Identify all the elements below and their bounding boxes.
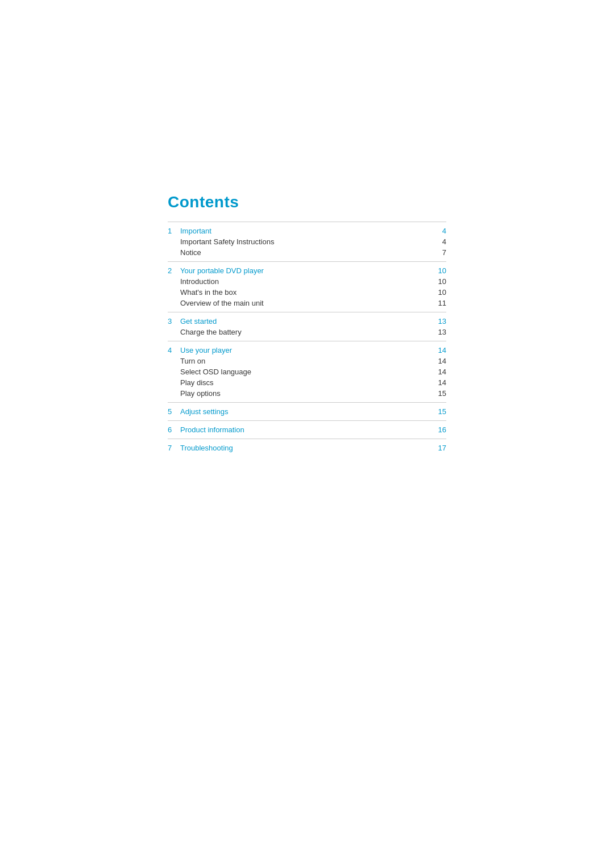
toc-num-1: 1: [168, 227, 180, 235]
toc-row-1-sub1: Important Safety Instructions 4: [168, 236, 446, 247]
toc-page-2-sub1: 10: [429, 277, 446, 286]
toc-page-7: 17: [429, 444, 446, 452]
toc-page-4-sub4: 15: [429, 389, 446, 398]
toc-title-6: Product information: [180, 425, 429, 434]
toc-page-4: 14: [429, 346, 446, 354]
toc-title-5: Adjust settings: [180, 407, 429, 416]
toc-section-3: 3 Get started 13 Charge the battery 13: [168, 312, 446, 341]
toc-label-1-sub1: Important Safety Instructions: [180, 237, 429, 246]
toc-row-4-sub3: Play discs 14: [168, 377, 446, 388]
toc-row-2-sub2: What's in the box 10: [168, 287, 446, 298]
toc-page-2: 10: [429, 266, 446, 275]
toc-page-5: 15: [429, 407, 446, 416]
toc-row-4-sub2: Select OSD language 14: [168, 366, 446, 377]
toc-row-3-sub1: Charge the battery 13: [168, 327, 446, 341]
toc-num-4: 4: [168, 346, 180, 354]
toc-label-4-sub4: Play options: [180, 389, 429, 398]
toc-title-2: Your portable DVD player: [180, 266, 429, 275]
toc-page-2-sub2: 10: [429, 288, 446, 297]
toc-title-3: Get started: [180, 317, 429, 326]
toc-row-section-3: 3 Get started 13: [168, 312, 446, 327]
toc-row-section-2: 2 Your portable DVD player 10: [168, 262, 446, 276]
toc-section-7: 7 Troubleshooting 17: [168, 439, 446, 457]
toc-row-2-sub3: Overview of the main unit 11: [168, 298, 446, 312]
toc-page-2-sub3: 11: [429, 299, 446, 307]
toc-row-4-sub1: Turn on 14: [168, 356, 446, 366]
toc-page-1-sub2: 7: [429, 248, 446, 257]
toc-label-4-sub2: Select OSD language: [180, 368, 429, 376]
toc-section-1: 1 Important 4 Important Safety Instructi…: [168, 222, 446, 261]
toc-page-4-sub2: 14: [429, 368, 446, 376]
page: Contents 1 Important 4 Important Safety …: [0, 0, 614, 868]
toc-num-5: 5: [168, 407, 180, 416]
toc-row-2-sub1: Introduction 10: [168, 276, 446, 287]
toc-page-6: 16: [429, 425, 446, 434]
toc-label-2-sub3: Overview of the main unit: [180, 299, 429, 307]
toc-num-2: 2: [168, 266, 180, 275]
toc-page-4-sub3: 14: [429, 378, 446, 387]
toc-label-2-sub2: What's in the box: [180, 288, 429, 297]
toc-section-6: 6 Product information 16: [168, 420, 446, 439]
toc-label-2-sub1: Introduction: [180, 277, 429, 286]
contents-title: Contents: [168, 193, 446, 211]
toc-title-1: Important: [180, 227, 429, 235]
toc-page-1: 4: [429, 227, 446, 235]
toc-page-3: 13: [429, 317, 446, 326]
toc-row-section-6: 6 Product information 16: [168, 421, 446, 439]
toc-row-section-5: 5 Adjust settings 15: [168, 403, 446, 420]
toc-label-4-sub1: Turn on: [180, 357, 429, 365]
toc-row-section-4: 4 Use your player 14: [168, 341, 446, 356]
toc-row-4-sub4: Play options 15: [168, 388, 446, 402]
toc-label-3-sub1: Charge the battery: [180, 328, 429, 336]
toc-num-7: 7: [168, 444, 180, 452]
toc-row-1-sub2: Notice 7: [168, 247, 446, 261]
toc-page-3-sub1: 13: [429, 328, 446, 336]
toc-label-1-sub2: Notice: [180, 248, 429, 257]
contents-section: Contents 1 Important 4 Important Safety …: [168, 193, 446, 457]
toc-row-section-7: 7 Troubleshooting 17: [168, 439, 446, 457]
toc-title-4: Use your player: [180, 346, 429, 354]
toc-section-2: 2 Your portable DVD player 10 Introducti…: [168, 261, 446, 312]
toc-section-5: 5 Adjust settings 15: [168, 402, 446, 420]
toc-section-4: 4 Use your player 14 Turn on 14 Select O…: [168, 341, 446, 402]
toc-num-3: 3: [168, 317, 180, 326]
toc-title-7: Troubleshooting: [180, 444, 429, 452]
toc-label-4-sub3: Play discs: [180, 378, 429, 387]
toc-page-1-sub1: 4: [429, 237, 446, 246]
toc-row-section-1: 1 Important 4: [168, 222, 446, 236]
toc-page-4-sub1: 14: [429, 357, 446, 365]
toc-num-6: 6: [168, 425, 180, 434]
